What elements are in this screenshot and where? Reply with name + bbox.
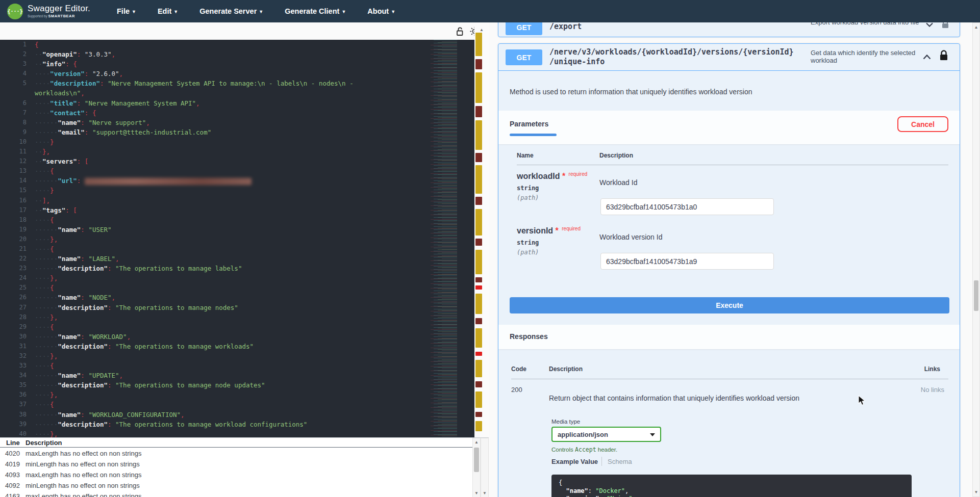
- editor-line[interactable]: 31······"description": "The operations t…: [0, 342, 474, 351]
- execute-button[interactable]: Execute: [510, 297, 949, 313]
- menu-file[interactable]: File▼: [117, 7, 136, 15]
- lint-annotation-mark[interactable]: [475, 360, 482, 377]
- editor-line[interactable]: 38······"name": "WORKLOAD_CONFIGURATION"…: [0, 410, 474, 420]
- parameters-title[interactable]: Parameters: [510, 120, 548, 128]
- lint-annotation-mark[interactable]: [475, 197, 482, 205]
- cancel-button[interactable]: Cancel: [897, 116, 948, 132]
- editor-line[interactable]: 22······"name": "LABEL",: [0, 254, 474, 264]
- lint-annotation-mark[interactable]: [475, 153, 482, 162]
- editor-line[interactable]: 12··"servers": [: [0, 156, 474, 166]
- lint-annotation-mark[interactable]: [475, 250, 482, 274]
- lint-annotation-mark[interactable]: [475, 421, 482, 431]
- export-chevron-down-icon[interactable]: [926, 22, 933, 27]
- editor-line[interactable]: 35······"description": "The operations t…: [0, 380, 474, 390]
- error-row[interactable]: 4163maxLength has no effect on non strin…: [0, 490, 489, 497]
- editor-line[interactable]: 19······"name": "USER": [0, 225, 474, 234]
- editor-line[interactable]: 25····{: [0, 283, 474, 293]
- editor-line[interactable]: 14······"url":: [0, 176, 474, 186]
- lint-annotation-mark[interactable]: [475, 120, 482, 150]
- scroll-up-icon[interactable]: ▲: [474, 28, 489, 32]
- lint-annotation-mark[interactable]: [475, 33, 482, 56]
- panel-scrollbar[interactable]: ▲ ▼: [972, 22, 980, 497]
- editor-line[interactable]: 18····{: [0, 215, 474, 225]
- editor-line[interactable]: 8······"name": "Nerve support",: [0, 118, 474, 127]
- editor-line[interactable]: 9······"email": "support@tttech-industri…: [0, 127, 474, 137]
- panel-scroll-up-icon[interactable]: ▲: [973, 25, 979, 30]
- editor-line[interactable]: 7····"contact": {: [0, 108, 474, 118]
- menu-about[interactable]: About▼: [367, 7, 395, 15]
- lint-annotation-mark[interactable]: [475, 165, 482, 194]
- errors-scrollbar-thumb[interactable]: [474, 448, 479, 472]
- editor-line[interactable]: 21····{: [0, 244, 474, 254]
- editor-line[interactable]: 17··"tags": [: [0, 205, 474, 215]
- media-type-select[interactable]: application/json: [551, 427, 661, 442]
- editor-line[interactable]: 3··"info": {: [0, 59, 474, 69]
- lint-annotation-mark[interactable]: [475, 381, 482, 387]
- unlock-icon[interactable]: [455, 26, 465, 37]
- lint-annotation-mark[interactable]: [475, 328, 482, 348]
- editor-line[interactable]: 28····},: [0, 312, 474, 322]
- error-row[interactable]: 4020maxLength has no effect on non strin…: [0, 448, 489, 458]
- panel-scroll-down-icon[interactable]: ▼: [973, 490, 979, 494]
- errors-scrollbar[interactable]: ▲ ▼: [472, 438, 481, 497]
- menu-edit[interactable]: Edit▼: [158, 7, 178, 15]
- editor-line[interactable]: 37····{: [0, 400, 474, 409]
- errors-scroll-up-icon[interactable]: ▲: [473, 440, 480, 444]
- editor-scrollbar-bottom[interactable]: ▼: [481, 438, 489, 497]
- auth-lock-icon[interactable]: [939, 50, 948, 62]
- editor-line[interactable]: 16··],: [0, 196, 474, 205]
- editor-line[interactable]: 30······"name": "WORKLOAD",: [0, 332, 474, 342]
- editor-line[interactable]: 26······"name": "NODE",: [0, 293, 474, 302]
- editor-line[interactable]: 23······"description": "The operations t…: [0, 264, 474, 273]
- versionid-input[interactable]: [600, 253, 774, 270]
- editor-line[interactable]: 20····},: [0, 234, 474, 244]
- editor-line[interactable]: 6····"title": "Nerve Management System A…: [0, 98, 474, 108]
- editor-line[interactable]: 11··},: [0, 147, 474, 156]
- lint-annotation-mark[interactable]: [475, 239, 482, 246]
- editor-line[interactable]: 29····{: [0, 322, 474, 332]
- lint-annotation-mark[interactable]: [475, 277, 482, 282]
- export-path[interactable]: /export: [549, 22, 582, 32]
- lint-annotation-mark[interactable]: [475, 294, 482, 314]
- editor-scroll-down-icon[interactable]: ▼: [481, 491, 488, 495]
- menu-generate-server[interactable]: Generate Server▼: [199, 7, 263, 15]
- lint-annotation-mark[interactable]: [475, 72, 482, 103]
- editor-line[interactable]: 4····"version": "2.6.0",: [0, 69, 474, 79]
- lint-annotation-mark[interactable]: [475, 209, 482, 236]
- errors-scroll-down-icon[interactable]: ▼: [473, 491, 480, 495]
- lint-annotation-mark[interactable]: [475, 318, 482, 324]
- lint-annotation-mark[interactable]: [475, 285, 482, 290]
- editor-line[interactable]: 27······"description": "The operations t…: [0, 303, 474, 312]
- operation-summary[interactable]: GET /nerve/v3/workloads/{workloadId}/ver…: [498, 44, 960, 71]
- error-row[interactable]: 4093maxLength has no effect on non strin…: [0, 469, 489, 480]
- lint-annotation-mark[interactable]: [475, 391, 482, 408]
- collapse-chevron-up-icon[interactable]: [923, 55, 931, 60]
- lint-annotation-mark[interactable]: [475, 106, 482, 117]
- lint-annotation-mark[interactable]: [475, 412, 482, 417]
- export-lock-icon[interactable]: [941, 22, 949, 30]
- tab-schema[interactable]: Schema: [608, 458, 632, 465]
- editor-line[interactable]: 32····},: [0, 351, 474, 361]
- lint-annotation-mark[interactable]: [475, 59, 482, 69]
- editor-line[interactable]: 13····{: [0, 166, 474, 176]
- lint-annotation-mark[interactable]: [475, 352, 482, 356]
- code-editor[interactable]: 1{2··"openapi": "3.0.3",3··"info": {4···…: [0, 40, 474, 437]
- editor-line[interactable]: 24····},: [0, 273, 474, 283]
- tab-example-value[interactable]: Example Value: [551, 458, 598, 465]
- editor-line[interactable]: 36····},: [0, 390, 474, 400]
- editor-line[interactable]: 40····},: [0, 429, 474, 437]
- editor-line[interactable]: workloads\n",: [0, 88, 474, 98]
- error-row[interactable]: 4092minLength has no effect on non strin…: [0, 480, 489, 490]
- editor-line[interactable]: 10····}: [0, 137, 474, 147]
- menu-generate-client[interactable]: Generate Client▼: [285, 7, 346, 15]
- editor-scrollbar[interactable]: ▲: [474, 22, 489, 437]
- editor-line[interactable]: 15····}: [0, 186, 474, 195]
- editor-line[interactable]: 5····"description": "Nerve Management Sy…: [0, 79, 474, 88]
- operation-row-export[interactable]: GET /export Export workload version data…: [498, 22, 960, 37]
- editor-line[interactable]: 34······"name": "UPDATE",: [0, 371, 474, 380]
- error-row[interactable]: 4019minLength has no effect on non strin…: [0, 458, 489, 469]
- operation-path[interactable]: /nerve/v3/workloads/{workloadId}/version…: [549, 47, 794, 67]
- editor-line[interactable]: 33····{: [0, 361, 474, 371]
- editor-line[interactable]: 2··"openapi": "3.0.3",: [0, 49, 474, 59]
- workloadid-input[interactable]: [600, 198, 774, 215]
